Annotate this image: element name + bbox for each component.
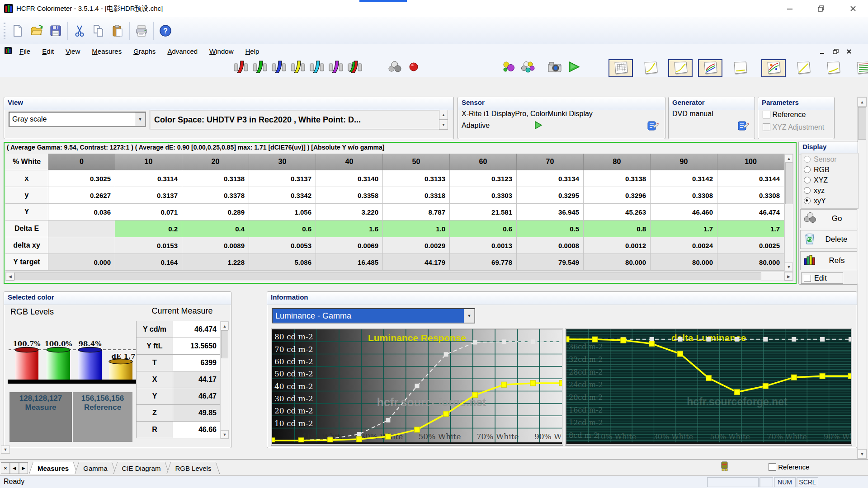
tab-scroll-left-button[interactable]: ◀ [10,462,19,474]
measures-cell[interactable]: 0.3137 [115,187,182,204]
measures-cell[interactable]: 0.289 [182,204,249,221]
scroll-down-icon[interactable]: ▼ [221,430,229,439]
scrollbar-thumb[interactable] [221,330,228,358]
measures-cell[interactable]: 0.2 [115,221,182,237]
scroll-down-icon[interactable]: ▼ [785,263,793,271]
close-view-button[interactable]: × [1,462,10,474]
measures-cell[interactable]: 0.8 [584,221,651,237]
measures-cell[interactable]: 80.000 [717,254,784,271]
measures-cell[interactable]: 0.3114 [115,170,182,187]
reference-checkbox[interactable] [763,111,770,118]
measures-cell[interactable]: 0.0012 [584,237,651,254]
menu-measures[interactable]: Measures [86,45,127,57]
measures-cell[interactable]: 0.3144 [717,170,784,187]
menu-file[interactable]: File [14,45,36,57]
measures-cell[interactable]: 16.485 [316,254,383,271]
saturations-measure-icon[interactable] [518,59,537,75]
table-vertical-scrollbar[interactable]: ▲ ▼ [784,154,793,272]
tab-scroll-right-button[interactable]: ▶ [19,462,28,474]
measures-row-label[interactable]: y [5,187,48,204]
tab-gamma[interactable]: Gamma [75,462,116,474]
edit-checkbox-row[interactable]: Edit [801,272,843,284]
measures-cell[interactable]: 0.2627 [48,187,115,204]
menu-help[interactable]: Help [239,45,265,57]
measures-cell[interactable]: 0.3295 [517,187,584,204]
measures-col-header-40[interactable]: 40 [316,154,383,170]
main-vertical-scrollbar[interactable]: ▲ ▼ [857,97,867,459]
print-button[interactable] [132,21,151,41]
measure-green-icon[interactable] [250,59,269,75]
measure-primaries-icon[interactable] [345,59,364,75]
measures-cell[interactable]: 1.7 [651,221,717,237]
measures-cell[interactable]: 0.3025 [48,170,115,187]
scroll-left-icon[interactable]: ◀ [6,272,14,281]
measures-cell[interactable]: 8.787 [383,204,450,221]
measures-col-header-70[interactable]: 70 [517,154,584,170]
measures-cell[interactable]: 36.945 [517,204,584,221]
measures-row-label[interactable]: delta xy [5,237,48,254]
measures-cell[interactable]: 1.056 [249,204,316,221]
measures-col-header-100[interactable]: 100 [717,154,784,170]
display-option-xyz[interactable]: xyz [804,185,858,196]
measures-row-label[interactable]: Y target [5,254,48,271]
measure-red-icon[interactable] [231,59,250,75]
generator-config-icon[interactable] [737,120,749,133]
measures-cell[interactable]: 0.3318 [383,187,450,204]
measures-cell[interactable]: 0.3133 [383,170,450,187]
view-luminance-curve-icon[interactable] [668,59,693,77]
copy-button[interactable] [89,21,108,41]
measures-cell[interactable]: 0.0029 [383,237,450,254]
snapshot-icon[interactable] [545,59,564,75]
measures-cell[interactable]: 0.3342 [249,187,316,204]
colorspace-spinner[interactable]: ▲ ▼ [439,110,448,130]
measures-cell[interactable]: 0.3140 [316,170,383,187]
help-button[interactable]: ? [156,21,175,41]
measures-cell[interactable]: 0.3308 [651,187,717,204]
mdi-restore-button[interactable] [830,47,841,56]
radio-icon[interactable] [804,187,811,194]
toolbar-grip[interactable] [4,23,5,39]
mdi-close-button[interactable] [844,47,854,56]
view-curve-b-icon[interactable] [821,59,845,77]
measures-cell[interactable]: 0.6 [249,221,316,237]
scroll-right-icon[interactable]: ▶ [784,272,793,281]
table-horizontal-scrollbar[interactable]: ◀ ▶ [5,272,793,281]
measures-cell[interactable]: 0.0069 [316,237,383,254]
measures-cell[interactable]: 0.3296 [584,187,651,204]
measures-cell[interactable]: 0.071 [115,204,182,221]
measures-cell[interactable]: 0.3138 [584,170,651,187]
radio-icon[interactable] [804,177,811,183]
measures-cell[interactable]: 0.6 [450,221,517,237]
measures-col-header-80[interactable]: 80 [584,154,651,170]
information-select[interactable]: Luminance - Gamma ▼ [272,308,475,324]
measures-cell[interactable]: 3.220 [316,204,383,221]
measures-col-header-60[interactable]: 60 [450,154,517,170]
scrollbar-thumb[interactable] [785,163,793,204]
measures-cell[interactable] [48,221,115,237]
paste-button[interactable] [108,21,127,41]
display-option-RGB[interactable]: RGB [804,164,858,175]
view-gamma-curve-icon[interactable] [638,59,663,77]
measures-cell[interactable]: 0.0053 [249,237,316,254]
close-button[interactable] [843,0,863,17]
measures-cell[interactable]: 45.263 [584,204,651,221]
measures-cell[interactable]: 0.0008 [517,237,584,254]
measures-cell[interactable]: 0.3142 [651,170,717,187]
measures-cell[interactable]: 21.581 [450,204,517,221]
view-nearblack-curve-icon[interactable] [728,59,752,77]
tab-rgb-levels[interactable]: RGB Levels [166,462,220,474]
run-measures-icon[interactable] [564,59,583,75]
scroll-up-icon[interactable]: ▲ [785,154,793,163]
grayscale-measure-icon[interactable] [385,59,404,75]
measures-cell[interactable]: 5.086 [249,254,316,271]
scroll-up-icon[interactable]: ▲ [221,322,229,330]
delete-button[interactable]: Delete [800,230,857,249]
measures-cell[interactable]: 79.549 [517,254,584,271]
measure-yellow-icon[interactable] [288,59,307,75]
reference-toggle-row[interactable]: Reference [769,463,809,471]
restore-button[interactable] [811,0,831,17]
reference-checkbox-row[interactable]: Reference [763,111,806,119]
scrollbar-thumb[interactable] [14,272,761,280]
measures-cell[interactable]: 0.3308 [717,187,784,204]
measures-cell[interactable]: 0.0025 [717,237,784,254]
